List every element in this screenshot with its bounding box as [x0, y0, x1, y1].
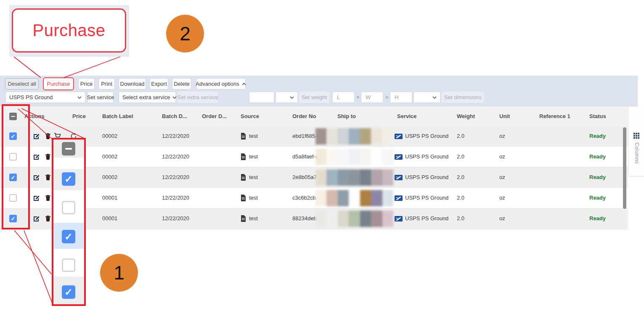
dim-w-field[interactable]	[365, 94, 379, 101]
unit-value: oz	[499, 153, 505, 160]
chevron-up-icon	[242, 83, 246, 85]
col-batch-label[interactable]: Batch Label	[102, 113, 133, 119]
col-weight[interactable]: Weight	[457, 113, 475, 119]
service-select-value: USPS PS Ground	[9, 94, 53, 100]
service-name: USPS PS Ground	[405, 195, 448, 201]
status-badge: Ready	[589, 133, 606, 139]
advanced-options-button[interactable]: Advanced options	[196, 78, 246, 90]
col-reference1[interactable]: Reference 1	[539, 113, 570, 119]
edit-icon[interactable]	[33, 153, 40, 161]
times-separator: ×	[385, 92, 389, 103]
magnified-row-cell	[53, 277, 84, 304]
status-badge: Ready	[589, 195, 606, 201]
file-icon	[241, 174, 246, 181]
edit-icon[interactable]	[33, 194, 40, 202]
weight-unit-select[interactable]	[276, 92, 298, 103]
col-price[interactable]: Price	[72, 113, 86, 119]
dim-h-input[interactable]	[390, 92, 412, 103]
weight-input-field[interactable]	[253, 94, 270, 101]
col-service[interactable]: Service	[397, 113, 416, 119]
set-service-button[interactable]: Set service	[87, 92, 114, 103]
weight-value: 2.0	[457, 174, 464, 180]
service-name: USPS PS Ground	[405, 215, 448, 221]
table-header: Actions Price Batch Label Batch D... Ord…	[0, 107, 628, 126]
export-button[interactable]: Export	[150, 78, 168, 90]
usps-logo-icon	[395, 134, 403, 139]
batch-shipping-page: Purchase 2 1 Deselect all Purchase Price…	[0, 0, 644, 311]
service-select[interactable]: USPS PS Ground	[5, 92, 85, 103]
source-name: test	[249, 174, 258, 180]
trash-icon[interactable]	[44, 132, 52, 140]
weight-value: 2.0	[457, 133, 464, 139]
magnified-row-cell	[53, 249, 84, 277]
purchase-callout-label: Purchase	[33, 21, 106, 40]
chevron-down-icon	[290, 96, 294, 99]
batch-date: 12/22/2020	[162, 174, 189, 180]
chevron-down-icon	[172, 96, 177, 99]
batch-label: 00002	[102, 133, 117, 139]
edit-icon[interactable]	[33, 174, 40, 181]
dim-l-input[interactable]	[332, 92, 355, 103]
delete-button[interactable]: Delete	[172, 78, 191, 90]
print-button[interactable]: Print	[98, 78, 115, 90]
advanced-options-label: Advanced options	[196, 81, 239, 87]
magnified-row-checkbox	[62, 201, 75, 214]
download-button[interactable]: Download	[119, 78, 146, 90]
col-batch-date[interactable]: Batch D...	[162, 113, 187, 119]
source-name: test	[249, 215, 258, 221]
batch-date: 12/22/2020	[162, 133, 189, 139]
col-source[interactable]: Source	[241, 113, 259, 119]
table-row[interactable]: 00002 12/22/2020 test ebd1f685-4 USPS PS…	[0, 126, 628, 147]
set-weight-button: Set weight	[299, 92, 329, 103]
extra-service-select-value: Select extra service	[122, 94, 170, 100]
col-order-date[interactable]: Order D...	[202, 113, 227, 119]
source-name: test	[249, 195, 258, 201]
usps-logo-icon	[395, 175, 403, 180]
table-row[interactable]: 00001 12/22/2020 test c3c6b2cb-7 USPS PS…	[0, 188, 628, 208]
dim-l-field[interactable]	[336, 94, 351, 101]
magnified-row-cell	[53, 169, 84, 190]
times-separator: ×	[356, 92, 360, 103]
magnified-select-all-checkbox	[62, 142, 75, 156]
columns-panel-tab[interactable]: Columns	[628, 107, 644, 177]
dim-h-field[interactable]	[394, 94, 408, 101]
status-badge: Ready	[589, 215, 606, 221]
magnified-gap	[53, 158, 84, 169]
table-row[interactable]: 00002 12/22/2020 test d5a8faef-e4 USPS P…	[0, 147, 628, 167]
usps-logo-icon	[395, 216, 403, 221]
dim-unit-select[interactable]	[413, 92, 440, 103]
col-unit[interactable]: Unit	[499, 113, 510, 119]
purchase-callout: Purchase	[9, 5, 129, 57]
price-button[interactable]: Price	[78, 78, 95, 90]
trash-icon[interactable]	[44, 194, 52, 202]
col-status[interactable]: Status	[589, 113, 606, 119]
trash-icon[interactable]	[44, 153, 52, 161]
col-ship-to[interactable]: Ship to	[337, 113, 356, 119]
toolbar: Deselect all Purchase Price Print Downlo…	[0, 76, 638, 107]
extra-service-select[interactable]: Select extra service	[119, 92, 176, 103]
redacted-ship-to	[315, 169, 393, 186]
magnified-row-cell	[53, 190, 84, 223]
status-badge: Ready	[589, 174, 606, 180]
trash-icon[interactable]	[44, 174, 52, 181]
edit-icon[interactable]	[33, 215, 40, 222]
batch-label: 00001	[102, 215, 117, 221]
table-row[interactable]: 00002 12/22/2020 test 2e8b05a7-d USPS PS…	[0, 167, 628, 188]
trash-icon[interactable]	[44, 215, 52, 222]
purchase-button[interactable]: Purchase	[43, 77, 74, 90]
deselect-all-button[interactable]: Deselect all	[5, 78, 39, 90]
purchase-callout-frame: Purchase	[12, 8, 126, 53]
table-row[interactable]: 00001 12/22/2020 test 88234deb-a USPS PS…	[0, 208, 628, 229]
vertical-scrollbar[interactable]	[623, 127, 626, 209]
dim-w-input[interactable]	[361, 92, 383, 103]
file-icon	[241, 215, 246, 222]
unit-value: oz	[499, 195, 505, 201]
redacted-ship-to	[315, 190, 393, 206]
unit-value: oz	[499, 174, 505, 180]
edit-icon[interactable]	[33, 132, 40, 140]
source-name: test	[249, 133, 258, 139]
weight-value: 2.0	[457, 195, 464, 201]
weight-input[interactable]	[249, 92, 274, 103]
columns-tab-label: Columns	[634, 142, 640, 164]
col-order-no[interactable]: Order No	[292, 113, 316, 119]
